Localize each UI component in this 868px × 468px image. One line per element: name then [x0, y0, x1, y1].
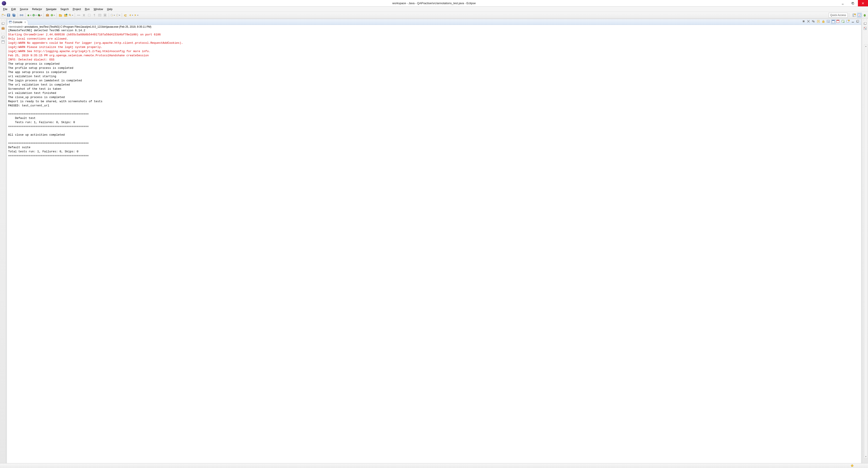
svg-text:C: C	[52, 14, 53, 16]
window-title: workspace - Java - QAPractise/src/annota…	[0, 2, 868, 5]
menubar: File Edit Source Refactor Navigate Searc…	[0, 7, 868, 12]
terminate-button[interactable]	[802, 20, 806, 24]
remove-all-terminated-button[interactable]	[811, 20, 816, 24]
menu-file[interactable]: File	[1, 7, 9, 11]
svg-rect-15	[20, 14, 21, 16]
clear-console-button[interactable]	[817, 20, 821, 24]
open-task-button[interactable]	[63, 13, 68, 18]
scroll-lock-button[interactable]	[822, 20, 826, 24]
pin-console-button[interactable]	[831, 20, 836, 24]
drag-handle-icon: ⋮⋮	[1, 19, 5, 21]
java-perspective-button[interactable]: J	[857, 13, 862, 18]
svg-rect-89	[832, 20, 835, 21]
forward-button[interactable]	[134, 13, 139, 18]
debug-button[interactable]	[27, 13, 32, 18]
display-selected-console-button[interactable]	[841, 20, 846, 24]
next-annotation-button[interactable]	[110, 13, 115, 18]
maximize-button[interactable]	[848, 0, 858, 6]
svg-rect-86	[827, 20, 830, 22]
editor-trim-icon[interactable]	[1, 40, 5, 44]
save-all-button[interactable]	[11, 13, 16, 18]
left-trim: ⋮⋮ ⋮⋮	[0, 19, 6, 468]
coverage-button[interactable]	[37, 13, 42, 18]
svg-rect-24	[39, 15, 40, 16]
toggle-breadcrumb-button[interactable]	[76, 13, 81, 18]
svg-rect-46	[111, 14, 112, 16]
open-perspective-button[interactable]	[852, 13, 857, 18]
svg-rect-63	[2, 22, 4, 24]
titlebar: workspace - Java - QAPractise/src/annota…	[0, 0, 868, 7]
show-whitespace-button[interactable]: ¶	[92, 13, 97, 18]
last-edit-location-button[interactable]	[123, 13, 128, 18]
close-button[interactable]	[858, 0, 868, 6]
block-selection-button[interactable]	[87, 13, 92, 18]
task-list-trim-icon[interactable]	[863, 26, 867, 30]
drag-handle-icon: ⋮⋮	[1, 33, 5, 34]
show-console-when-output-button[interactable]	[836, 20, 840, 24]
svg-marker-52	[135, 14, 136, 16]
restore-view-button[interactable]	[856, 20, 860, 24]
quick-access-input[interactable]: Quick Access	[829, 13, 847, 18]
svg-rect-74	[803, 21, 805, 22]
svg-marker-50	[126, 16, 127, 17]
workbench-body: ⋮⋮ ⋮⋮ Console ✕	[0, 19, 868, 468]
package-explorer-trim-icon[interactable]	[1, 26, 5, 30]
svg-point-36	[78, 15, 78, 16]
back-button[interactable]	[129, 13, 133, 18]
menu-search[interactable]: Search	[59, 7, 70, 11]
scroll-up-icon[interactable]: ▴	[864, 45, 867, 48]
show-selected-element-button[interactable]	[103, 13, 107, 18]
svg-rect-91	[837, 20, 839, 21]
restore-view-button[interactable]	[1, 22, 5, 26]
previous-annotation-button[interactable]	[116, 13, 120, 18]
new-button[interactable]	[1, 13, 6, 18]
console-tab-label: Console	[13, 21, 23, 24]
console-icon	[9, 21, 12, 24]
close-tab-icon[interactable]: ✕	[24, 21, 26, 24]
new-java-package-button[interactable]	[45, 13, 50, 18]
svg-point-102	[864, 27, 865, 28]
menu-edit[interactable]: Edit	[9, 7, 18, 11]
svg-rect-48	[117, 14, 118, 16]
run-button[interactable]	[32, 13, 37, 18]
menu-refactor[interactable]: Refactor	[30, 7, 44, 11]
eclipse-app-icon	[2, 1, 6, 5]
minimize-view-button[interactable]	[851, 20, 856, 24]
menu-source[interactable]: Source	[18, 7, 30, 11]
remove-launch-button[interactable]	[807, 20, 811, 24]
menu-navigate[interactable]: Navigate	[44, 7, 58, 11]
vertical-scrollbar[interactable]: ▴ ▾	[864, 45, 868, 458]
menu-project[interactable]: Project	[71, 7, 83, 11]
toggle-word-wrap-button[interactable]	[97, 13, 102, 18]
console-tab[interactable]: Console ✕	[7, 20, 28, 25]
console-text: [RemoteTestNG] detected TestNG version 6…	[8, 28, 860, 158]
drag-handle-icon: ⋮⋮	[863, 19, 868, 21]
save-button[interactable]	[6, 13, 11, 18]
link-with-editor-button[interactable]	[19, 13, 24, 18]
debug-perspective-button[interactable]	[862, 13, 867, 18]
restore-view-button[interactable]	[1, 35, 5, 39]
svg-point-103	[865, 28, 866, 29]
menu-window[interactable]: Window	[92, 7, 105, 11]
open-console-button[interactable]	[846, 20, 850, 24]
mark-occurrences-button[interactable]	[82, 13, 86, 18]
menu-run[interactable]: Run	[83, 7, 91, 11]
svg-rect-16	[22, 14, 23, 16]
tip-of-the-day-icon[interactable]	[850, 464, 854, 468]
svg-rect-54	[853, 14, 854, 17]
word-wrap-button[interactable]	[827, 20, 831, 24]
center-area: Console ✕	[6, 19, 862, 468]
search-button[interactable]	[68, 13, 73, 18]
svg-point-95	[848, 20, 849, 21]
restore-view-button[interactable]	[863, 22, 867, 26]
window-controls	[838, 0, 868, 6]
new-java-class-button[interactable]: C	[50, 13, 55, 18]
scroll-down-icon[interactable]: ▾	[864, 455, 867, 458]
terminated-label: <terminated>	[8, 25, 24, 28]
console-output-area[interactable]: [RemoteTestNG] detected TestNG version 6…	[7, 28, 861, 463]
svg-rect-32	[64, 14, 66, 15]
minimize-button[interactable]	[838, 0, 848, 6]
svg-line-35	[70, 15, 71, 16]
menu-help[interactable]: Help	[105, 7, 114, 11]
open-type-button[interactable]	[58, 13, 63, 18]
